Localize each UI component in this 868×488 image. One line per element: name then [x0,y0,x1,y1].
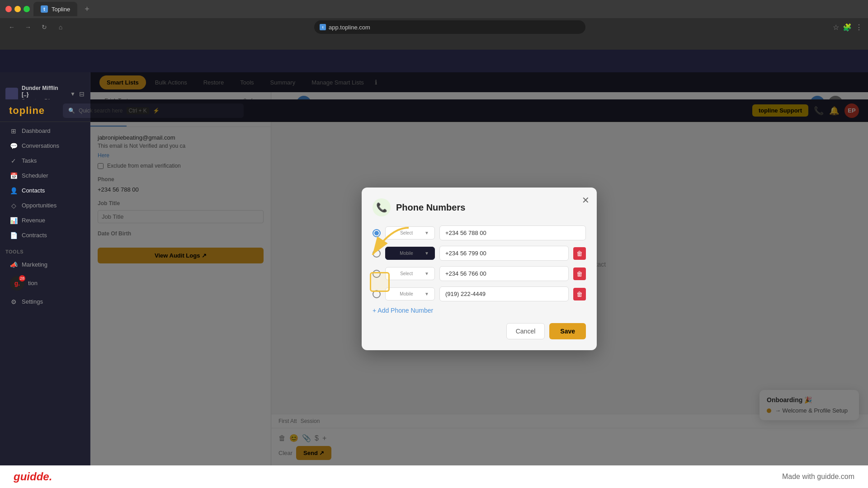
phone-row-2: Mobile ▼ +234 56 799 00 🗑 [373,246,586,261]
sidebar-item-dashboard[interactable]: ⊞ Dashboard [3,124,87,138]
sidebar-item-label: Revenue [22,217,45,224]
guidde-logo: guidde. [14,470,52,483]
guidde-footer: guidde. Made with guidde.com [0,465,868,488]
radio-container-2 [373,249,381,258]
save-button[interactable]: Save [549,323,586,339]
scheduler-icon: 📅 [10,172,17,179]
add-phone-button[interactable]: + Add Phone Number [373,307,586,314]
org-name: Dunder Mifflin [..} [22,85,66,98]
sidebar-item-g-app[interactable]: g. 28 tion [3,272,87,294]
traffic-lights[interactable] [5,6,30,12]
extensions-icon[interactable]: 🧩 [843,23,852,32]
minimize-window-button[interactable] [14,6,21,12]
select-dropdown-4[interactable]: Mobile ▼ [385,287,435,300]
sidebar-item-label: Dashboard [22,127,51,134]
forward-button[interactable]: → [22,21,34,33]
new-tab-button[interactable]: + [81,5,93,14]
tab-title: Topline [52,6,70,13]
sidebar-item-settings[interactable]: ⚙ Settings [3,295,87,309]
dashboard-icon: ⊞ [10,127,17,135]
modal-close-button[interactable]: ✕ [582,195,590,206]
contacts-icon: 👤 [10,187,17,194]
reload-button[interactable]: ↻ [38,21,51,33]
select-dropdown-1[interactable]: Select ▼ [385,226,435,239]
g-app-label: tion [28,280,38,286]
tasks-icon: ✓ [10,157,17,164]
sidebar-item-label: Conversations [22,142,59,149]
sidebar-item-label: Settings [22,298,43,305]
modal-footer: Cancel Save [373,323,586,339]
phone-row-4: Mobile ▼ (919) 222-4449 🗑 [373,286,586,301]
tools-section-label: Tools [0,246,90,257]
radio-button-2[interactable] [373,249,381,258]
menu-icon[interactable]: ⋮ [855,23,863,32]
modal-header: 📞 Phone Numbers [373,198,586,216]
sidebar-item-label: Scheduler [22,172,48,179]
nav-right-icons: ☆ 🧩 ⋮ [833,23,863,32]
opportunities-icon: ◇ [10,202,17,209]
app-logo: topline [9,105,45,117]
sidebar-item-marketing[interactable]: 📣 Marketing [3,258,87,272]
highlight-annotation [370,272,390,292]
sidebar-item-contracts[interactable]: 📄 Contracts [3,228,87,243]
select-dropdown-2[interactable]: Mobile ▼ [385,247,435,260]
delete-phone-button-2[interactable]: 🗑 [573,247,586,260]
modal-title: Phone Numbers [396,202,465,213]
phone-numbers-modal: 📞 Phone Numbers ✕ Select [362,188,597,350]
sidebar-item-revenue[interactable]: 📊 Revenue [3,213,87,228]
sidebar-toggle-icon[interactable]: ⊟ [79,90,85,98]
maximize-window-button[interactable] [24,6,30,12]
bookmark-icon[interactable]: ☆ [833,23,839,32]
sidebar-item-label: Opportunities [22,202,57,209]
radio-button-1[interactable] [373,229,381,237]
phone-input-1: +234 56 788 00 [439,225,586,240]
select-dropdown-3[interactable]: Select ▼ [385,267,435,280]
guidde-made-with: Made with guidde.com [782,473,854,481]
modal-overlay[interactable]: 📞 Phone Numbers ✕ Select [90,72,868,465]
phone-input-4: (919) 222-4449 [439,286,569,301]
main-content: Smart Lists Bulk Actions Restore Tools S… [90,72,868,465]
tab-favicon: t [41,5,48,13]
back-button[interactable]: ← [5,21,18,33]
phone-input-2: +234 56 799 00 [439,246,569,261]
url-text: app.topline.com [329,24,370,31]
conversations-icon: 💬 [10,142,17,150]
search-icon: 🔍 [68,108,75,114]
delete-phone-button-3[interactable]: 🗑 [573,267,586,280]
site-icon: t [320,24,326,30]
sidebar-item-label: Contracts [22,232,47,239]
sidebar-item-conversations[interactable]: 💬 Conversations [3,139,87,153]
revenue-icon: 📊 [10,217,17,224]
sidebar-item-tasks[interactable]: ✓ Tasks [3,154,87,168]
contracts-icon: 📄 [10,232,17,239]
settings-icon: ⚙ [10,298,17,305]
phone-row-3: Select ▼ +234 56 766 00 🗑 [373,266,586,281]
phone-input-3: +234 56 766 00 [439,266,569,281]
marketing-icon: 📣 [10,261,17,268]
modal-phone-icon: 📞 [373,198,391,216]
sidebar-item-label: Marketing [22,261,47,268]
address-bar[interactable]: t app.topline.com [314,20,585,34]
close-window-button[interactable] [5,6,12,12]
cancel-button[interactable]: Cancel [506,323,545,339]
sidebar-item-opportunities[interactable]: ◇ Opportunities [3,198,87,213]
sidebar: Dunder Mifflin [..} Scranton, PA ▼ ⊟ App… [0,72,90,465]
sidebar-item-contacts[interactable]: 👤 Contacts [3,183,87,198]
delete-phone-button-4[interactable]: 🗑 [573,288,586,300]
sidebar-item-label: Tasks [22,157,37,164]
sidebar-item-label: Contacts [22,187,45,194]
phone-row-1: Select ▼ +234 56 788 00 [373,225,586,240]
browser-tab[interactable]: t Topline [33,2,77,16]
sidebar-item-scheduler[interactable]: 📅 Scheduler [3,169,87,183]
home-button[interactable]: ⌂ [54,21,67,33]
